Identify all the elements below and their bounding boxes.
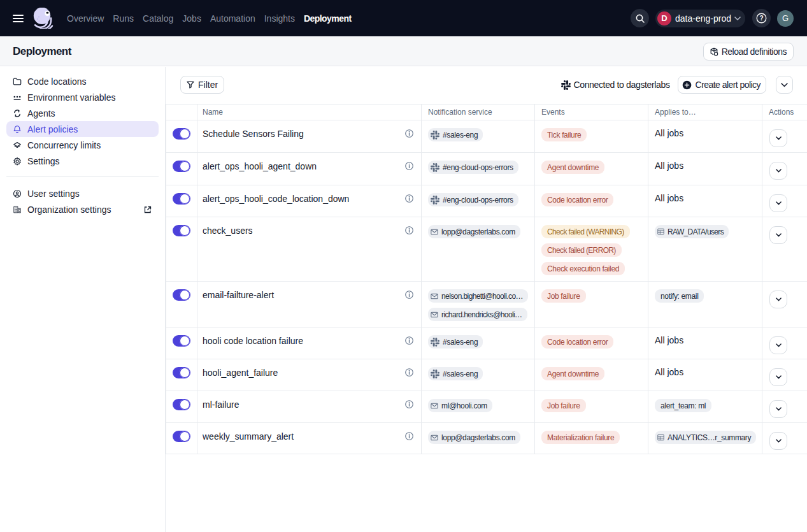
svg-text:?: ? <box>759 15 763 22</box>
